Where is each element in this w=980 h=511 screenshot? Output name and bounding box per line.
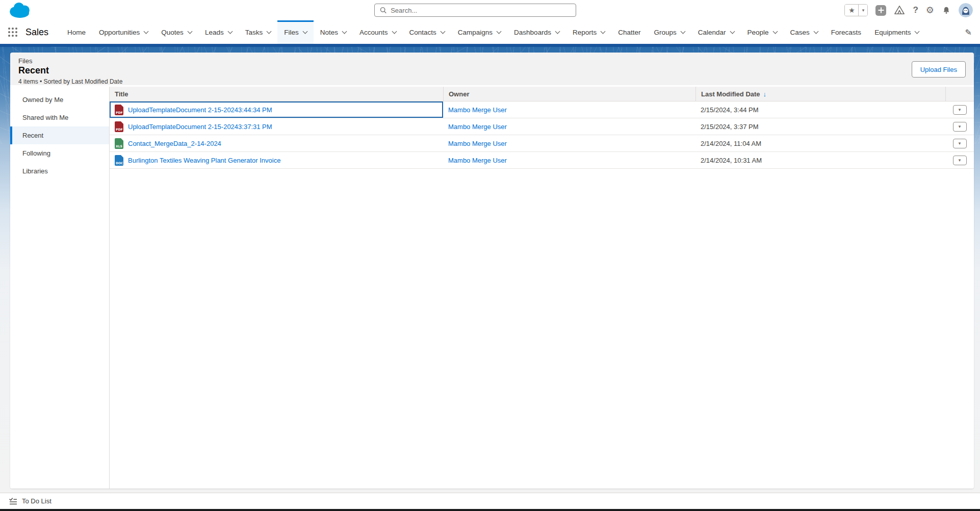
sidebar-item-following[interactable]: Following — [10, 144, 109, 162]
tab-reports[interactable]: Reports — [566, 20, 611, 44]
file-owner-link[interactable]: Mambo Merge User — [448, 140, 507, 147]
tab-cases[interactable]: Cases — [784, 20, 824, 44]
tab-notes[interactable]: Notes — [314, 20, 353, 44]
tab-files[interactable]: Files — [277, 20, 314, 44]
tab-quotes[interactable]: Quotes — [154, 20, 198, 44]
file-title-link[interactable]: Burlington Textiles Weaving Plant Genera… — [128, 157, 280, 164]
file-title-cell: DOC Burlington Textiles Weaving Plant Ge… — [110, 152, 443, 168]
header-actions: ★ ▾ ? ⚙ — [844, 0, 973, 20]
upload-files-button[interactable]: Upload Files — [912, 61, 966, 78]
chevron-down-icon[interactable] — [813, 29, 818, 34]
global-search[interactable] — [374, 4, 576, 17]
file-row-2[interactable]: XLS Contact_MergeData_2-14-2024 Mambo Me… — [110, 135, 974, 152]
chevron-down-icon[interactable] — [497, 29, 502, 34]
sidebar-item-recent[interactable]: Recent — [10, 126, 109, 144]
column-header-title[interactable]: Title — [110, 87, 443, 101]
favorites-dropdown-icon[interactable]: ▾ — [859, 5, 867, 16]
tab-leads[interactable]: Leads — [198, 20, 239, 44]
chevron-down-icon[interactable] — [601, 29, 606, 34]
table-body: PDF UploadTemplateDocument 2-15-20243:44… — [110, 101, 974, 169]
tab-contacts[interactable]: Contacts — [403, 20, 451, 44]
file-title-link[interactable]: Contact_MergeData_2-14-2024 — [128, 140, 221, 147]
chevron-down-icon[interactable] — [187, 29, 192, 34]
chevron-down-icon[interactable] — [555, 29, 560, 34]
tab-dashboards[interactable]: Dashboards — [507, 20, 566, 44]
trailhead-icon[interactable] — [894, 5, 905, 15]
chevron-down-icon[interactable] — [680, 29, 685, 34]
file-owner-link[interactable]: Mambo Merge User — [448, 123, 507, 131]
chevron-down-icon[interactable] — [342, 29, 347, 34]
tab-accounts[interactable]: Accounts — [353, 20, 403, 44]
app-navigation-bar: Sales Home Opportunities Quotes Leads Ta… — [0, 20, 980, 44]
sidebar-item-shared-with-me[interactable]: Shared with Me — [10, 109, 109, 126]
list-meta-text: 4 items • Sorted by Last Modified Date — [18, 78, 966, 85]
row-actions-button[interactable]: ▾ — [953, 122, 967, 132]
file-row-3[interactable]: DOC Burlington Textiles Weaving Plant Ge… — [110, 152, 974, 169]
sidebar-item-owned-by-me[interactable]: Owned by Me — [10, 91, 109, 109]
file-title-link[interactable]: UploadTemplateDocument 2-15-20243:44:34 … — [128, 106, 272, 114]
files-table: Title Owner Last Modified Date ↓ PDF Upl… — [110, 87, 974, 489]
file-actions-cell: ▾ — [945, 152, 974, 168]
tab-equipments[interactable]: Equipments — [868, 20, 925, 44]
file-title-link[interactable]: UploadTemplateDocument 2-15-20243:37:31 … — [128, 123, 272, 131]
tab-groups[interactable]: Groups — [647, 20, 691, 44]
sort-desc-icon: ↓ — [763, 90, 767, 98]
chevron-down-icon[interactable] — [227, 29, 233, 34]
setup-gear-icon[interactable]: ⚙ — [926, 5, 934, 16]
tab-forecasts[interactable]: Forecasts — [824, 20, 868, 44]
tab-opportunities[interactable]: Opportunities — [92, 20, 154, 44]
row-actions-button[interactable]: ▾ — [953, 139, 967, 148]
favorites-star-icon[interactable]: ★ — [845, 5, 859, 16]
caret-down-icon: ▾ — [959, 158, 961, 163]
chevron-down-icon[interactable] — [772, 29, 778, 34]
file-actions-cell: ▾ — [945, 135, 974, 151]
search-icon — [380, 7, 386, 14]
global-actions-plus-icon[interactable] — [875, 5, 886, 16]
caret-down-icon: ▾ — [959, 124, 961, 129]
file-owner-link[interactable]: Mambo Merge User — [448, 106, 507, 114]
app-launcher-icon[interactable] — [8, 28, 17, 37]
chevron-down-icon[interactable] — [915, 29, 920, 34]
todo-list-button[interactable]: To Do List — [22, 497, 51, 505]
tab-tasks[interactable]: Tasks — [239, 20, 278, 44]
column-header-owner[interactable]: Owner — [443, 87, 695, 101]
chevron-down-icon[interactable] — [392, 29, 397, 34]
tab-calendar[interactable]: Calendar — [691, 20, 741, 44]
nav-tab-strip: Home Opportunities Quotes Leads Tasks Fi… — [61, 20, 965, 44]
chevron-down-icon[interactable] — [440, 29, 445, 34]
file-row-0[interactable]: PDF UploadTemplateDocument 2-15-20243:44… — [110, 101, 974, 118]
window-bottom-edge — [0, 509, 980, 511]
row-actions-button[interactable]: ▾ — [953, 105, 967, 115]
chevron-down-icon[interactable] — [144, 29, 149, 34]
chevron-down-icon[interactable] — [302, 29, 307, 34]
file-actions-cell: ▾ — [945, 118, 974, 135]
file-owner-cell: Mambo Merge User — [443, 135, 695, 151]
file-row-1[interactable]: PDF UploadTemplateDocument 2-15-20243:37… — [110, 118, 974, 135]
page-background: Files Recent 4 items • Sorted by Last Mo… — [0, 47, 980, 493]
tab-home[interactable]: Home — [61, 20, 92, 44]
table-header-row: Title Owner Last Modified Date ↓ — [110, 87, 974, 101]
chevron-down-icon[interactable] — [267, 29, 272, 34]
search-input[interactable] — [391, 7, 571, 14]
utility-bar: To Do List — [0, 493, 980, 509]
notifications-bell-icon[interactable] — [942, 6, 951, 15]
salesforce-logo-icon — [7, 2, 33, 19]
column-header-last-modified[interactable]: Last Modified Date ↓ — [695, 87, 945, 101]
row-actions-button[interactable]: ▾ — [953, 156, 967, 165]
favorites-group: ★ ▾ — [844, 4, 868, 16]
help-icon[interactable]: ? — [913, 5, 918, 15]
app-name: Sales — [25, 27, 48, 38]
edit-navigation-pencil-icon[interactable]: ✎ — [965, 28, 972, 37]
tab-chatter[interactable]: Chatter — [611, 20, 647, 44]
file-owner-cell: Mambo Merge User — [443, 101, 695, 118]
file-title-cell: PDF UploadTemplateDocument 2-15-20243:37… — [110, 118, 443, 135]
chevron-down-icon[interactable] — [730, 29, 735, 34]
sidebar-item-libraries[interactable]: Libraries — [10, 162, 109, 180]
file-owner-cell: Mambo Merge User — [443, 152, 695, 168]
column-header-actions — [945, 87, 974, 101]
user-avatar[interactable] — [959, 3, 973, 17]
file-type-icon: PDF — [115, 105, 123, 115]
tab-campaigns[interactable]: Campaigns — [451, 20, 507, 44]
file-owner-link[interactable]: Mambo Merge User — [448, 157, 507, 164]
tab-people[interactable]: People — [741, 20, 784, 44]
